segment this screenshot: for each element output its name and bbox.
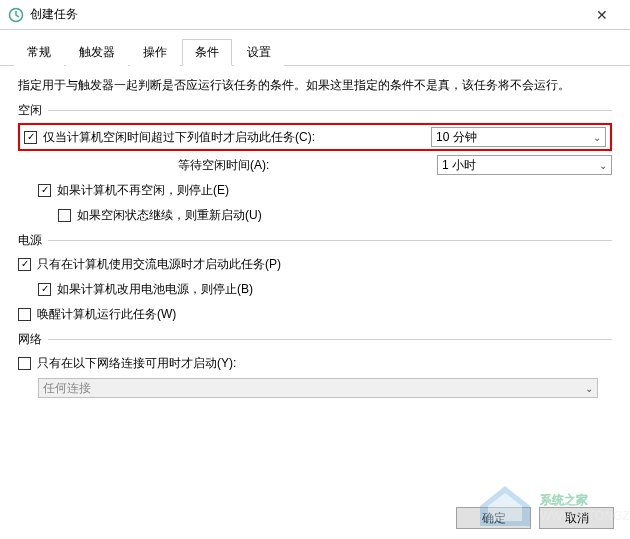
row-restart-if-idle: 如果空闲状态继续，则重新启动(U): [18, 204, 612, 226]
content-area: 指定用于与触发器一起判断是否应运行该任务的条件。如果这里指定的条件不是真，该任务…: [0, 66, 630, 412]
section-power: 电源: [18, 232, 612, 249]
tab-settings[interactable]: 设置: [234, 39, 284, 66]
section-idle-label: 空闲: [18, 102, 42, 119]
dialog-footer: 确定 取消: [456, 507, 614, 529]
chk-stop-not-idle-label: 如果计算机不再空闲，则停止(E): [57, 182, 229, 199]
row-stop-on-battery: 如果计算机改用电池电源，则停止(B): [18, 278, 612, 300]
combo-network-value: 任何连接: [43, 380, 91, 397]
combo-idle-duration[interactable]: 10 分钟 ⌄: [431, 127, 606, 147]
chk-wake[interactable]: [18, 308, 31, 321]
combo-network: 任何连接 ⌄: [38, 378, 598, 398]
chk-stop-not-idle[interactable]: [38, 184, 51, 197]
section-network: 网络: [18, 331, 612, 348]
chevron-down-icon: ⌄: [599, 160, 607, 171]
chk-ac-power[interactable]: [18, 258, 31, 271]
app-icon: [8, 7, 24, 23]
row-wake: 唤醒计算机运行此任务(W): [18, 303, 612, 325]
chk-idle-start[interactable]: [24, 131, 37, 144]
chk-wake-label: 唤醒计算机运行此任务(W): [37, 306, 176, 323]
section-power-label: 电源: [18, 232, 42, 249]
chk-network-label: 只有在以下网络连接可用时才启动(Y):: [37, 355, 236, 372]
chevron-down-icon: ⌄: [585, 383, 593, 394]
chk-ac-power-label: 只有在计算机使用交流电源时才启动此任务(P): [37, 256, 281, 273]
svg-text:系统之家: 系统之家: [539, 493, 588, 507]
row-network: 只有在以下网络连接可用时才启动(Y):: [18, 352, 612, 374]
chk-idle-start-label: 仅当计算机空闲时间超过下列值时才启动此任务(C):: [43, 129, 423, 146]
ok-button[interactable]: 确定: [456, 507, 531, 529]
combo-wait-idle[interactable]: 1 小时 ⌄: [437, 155, 612, 175]
description-text: 指定用于与触发器一起判断是否应运行该任务的条件。如果这里指定的条件不是真，该任务…: [18, 76, 612, 94]
section-network-label: 网络: [18, 331, 42, 348]
chk-stop-battery[interactable]: [38, 283, 51, 296]
row-ac-power: 只有在计算机使用交流电源时才启动此任务(P): [18, 253, 612, 275]
tab-bar: 常规 触发器 操作 条件 设置: [0, 30, 630, 66]
chk-restart-idle[interactable]: [58, 209, 71, 222]
tab-actions[interactable]: 操作: [130, 39, 180, 66]
close-icon[interactable]: ✕: [582, 7, 622, 23]
chk-restart-idle-label: 如果空闲状态继续，则重新启动(U): [77, 207, 262, 224]
section-idle: 空闲: [18, 102, 612, 119]
tab-general[interactable]: 常规: [14, 39, 64, 66]
combo-wait-idle-value: 1 小时: [442, 157, 476, 174]
combo-idle-duration-value: 10 分钟: [436, 129, 477, 146]
cancel-button[interactable]: 取消: [539, 507, 614, 529]
wait-idle-label: 等待空闲时间(A):: [178, 157, 437, 174]
chk-network[interactable]: [18, 357, 31, 370]
row-wait-idle: 等待空闲时间(A): 1 小时 ⌄: [18, 154, 612, 176]
chk-stop-battery-label: 如果计算机改用电池电源，则停止(B): [57, 281, 253, 298]
highlighted-idle-row: 仅当计算机空闲时间超过下列值时才启动此任务(C): 10 分钟 ⌄: [18, 123, 612, 151]
titlebar: 创建任务 ✕: [0, 0, 630, 30]
chevron-down-icon: ⌄: [593, 132, 601, 143]
window-title: 创建任务: [30, 6, 582, 23]
tab-conditions[interactable]: 条件: [182, 39, 232, 66]
tab-triggers[interactable]: 触发器: [66, 39, 128, 66]
row-stop-if-not-idle: 如果计算机不再空闲，则停止(E): [18, 179, 612, 201]
row-network-combo: 任何连接 ⌄: [18, 377, 612, 399]
